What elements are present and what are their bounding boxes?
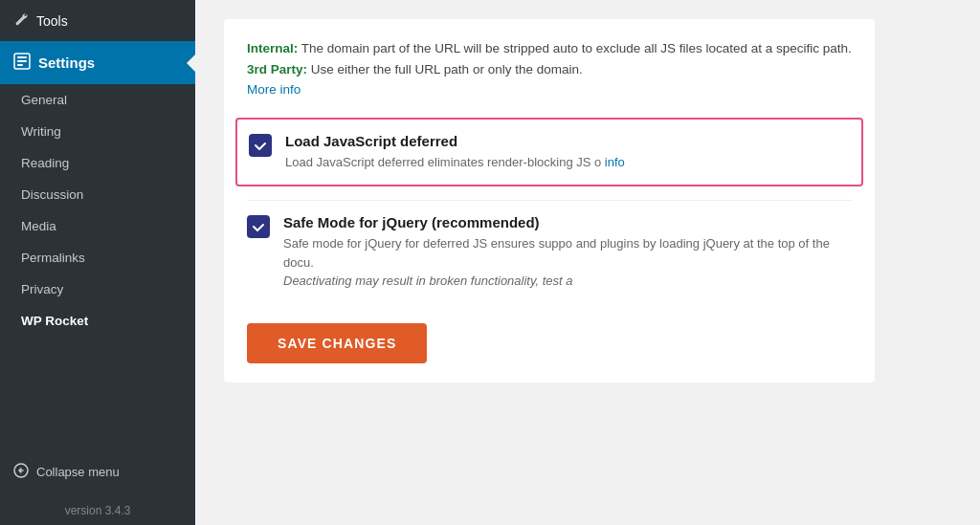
load-js-deferred-text: Load JavaScript deferred Load JavaScript…: [285, 133, 850, 172]
sidebar-item-discussion[interactable]: Discussion: [0, 179, 195, 210]
safe-mode-jquery-text: Safe Mode for jQuery (recommended) Safe …: [283, 214, 852, 291]
load-js-deferred-info-link[interactable]: info: [605, 155, 625, 169]
sidebar-item-media[interactable]: Media: [0, 210, 195, 242]
main-content: Internal: The domain part of the URL wil…: [195, 0, 980, 525]
internal-label: Internal:: [247, 41, 298, 55]
safe-mode-jquery-title: Safe Mode for jQuery (recommended): [283, 214, 852, 230]
info-block: Internal: The domain part of the URL wil…: [247, 38, 852, 100]
internal-text: The domain part of the URL will be strip…: [301, 41, 852, 55]
sidebar-item-permalinks[interactable]: Permalinks: [0, 242, 195, 273]
sidebar: Tools Settings General Writing Reading D…: [0, 0, 195, 525]
tools-label: Tools: [36, 13, 68, 29]
load-js-deferred-checkbox[interactable]: [249, 134, 272, 157]
load-js-deferred-desc: Load JavaScript deferred eliminates rend…: [285, 153, 850, 172]
load-js-deferred-title: Load JavaScript deferred: [285, 133, 850, 149]
svg-rect-2: [17, 60, 27, 62]
thirdparty-label: 3rd Party:: [247, 62, 307, 77]
svg-rect-3: [17, 64, 23, 66]
settings-label: Settings: [38, 55, 95, 71]
svg-rect-1: [17, 56, 27, 58]
save-area: SAVE CHANGES: [247, 304, 852, 363]
more-info-link[interactable]: More info: [247, 82, 301, 97]
wrench-icon: [13, 11, 29, 30]
collapse-menu-button[interactable]: Collapse menu: [0, 451, 195, 492]
settings-submenu: General Writing Reading Discussion Media…: [0, 84, 195, 337]
sidebar-item-tools[interactable]: Tools: [0, 0, 195, 41]
settings-icon: [13, 53, 31, 73]
safe-mode-jquery-checkbox[interactable]: [247, 215, 270, 238]
option-load-js-deferred: Load JavaScript deferred Load JavaScript…: [235, 118, 863, 187]
version-text: version 3.4.3: [0, 492, 195, 525]
collapse-label: Collapse menu: [36, 465, 120, 479]
option-safe-mode-jquery: Safe Mode for jQuery (recommended) Safe …: [247, 200, 852, 304]
collapse-icon: [13, 463, 29, 481]
thirdparty-text: Use either the full URL path or only the…: [311, 62, 583, 77]
sidebar-item-wprocket[interactable]: WP Rocket: [0, 305, 195, 337]
sidebar-item-writing[interactable]: Writing: [0, 116, 195, 147]
sidebar-item-privacy[interactable]: Privacy: [0, 273, 195, 305]
settings-card: Internal: The domain part of the URL wil…: [224, 19, 875, 383]
sidebar-item-settings[interactable]: Settings: [0, 41, 195, 84]
sidebar-item-reading[interactable]: Reading: [0, 147, 195, 179]
content-area: Internal: The domain part of the URL wil…: [195, 0, 980, 525]
save-changes-button[interactable]: SAVE CHANGES: [247, 323, 427, 363]
safe-mode-jquery-desc: Safe mode for jQuery for deferred JS ens…: [283, 234, 852, 291]
sidebar-item-general[interactable]: General: [0, 84, 195, 116]
